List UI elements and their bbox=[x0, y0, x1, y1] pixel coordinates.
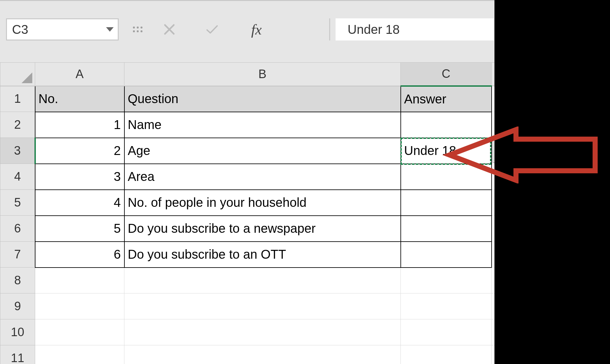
column-header-C[interactable]: C bbox=[401, 63, 492, 86]
cell-A4[interactable]: 3 bbox=[35, 164, 124, 190]
cell-A11[interactable] bbox=[35, 345, 124, 364]
cell-C11[interactable] bbox=[401, 345, 492, 364]
row-header[interactable]: 2 bbox=[0, 112, 35, 138]
cell-B4[interactable]: Area bbox=[124, 164, 401, 190]
column-header-B[interactable]: B bbox=[124, 63, 401, 86]
formula-bar: C3 fx Under 18 bbox=[0, 0, 494, 62]
cell-B2[interactable]: Name bbox=[124, 112, 401, 138]
cell-C2[interactable] bbox=[401, 112, 492, 138]
cell-C6[interactable] bbox=[401, 216, 492, 242]
cell-C8[interactable] bbox=[401, 268, 492, 293]
cell-B10[interactable] bbox=[124, 319, 401, 345]
select-all-button[interactable] bbox=[0, 63, 35, 86]
enter-button[interactable] bbox=[199, 20, 225, 39]
fx-icon: fx bbox=[251, 21, 261, 38]
row-header[interactable]: 3 bbox=[0, 138, 35, 164]
chevron-down-icon bbox=[106, 27, 114, 32]
cell-A3[interactable]: 2 bbox=[35, 138, 124, 164]
row-header[interactable]: 1 bbox=[0, 86, 35, 112]
row-header[interactable]: 9 bbox=[0, 293, 35, 319]
row-header[interactable]: 8 bbox=[0, 268, 35, 293]
cell-C9[interactable] bbox=[401, 293, 492, 319]
cell-B11[interactable] bbox=[124, 345, 401, 364]
cell-B6[interactable]: Do you subscribe to a newspaper bbox=[124, 216, 401, 242]
name-box[interactable]: C3 bbox=[6, 18, 119, 40]
cell-C4[interactable] bbox=[401, 164, 492, 190]
name-box-dropdown[interactable] bbox=[102, 19, 118, 40]
cell-C5[interactable] bbox=[401, 190, 492, 216]
cell-B7[interactable]: Do you subscribe to an OTT bbox=[124, 242, 401, 268]
black-band bbox=[494, 0, 610, 364]
cell-A7[interactable]: 6 bbox=[35, 242, 124, 268]
x-icon bbox=[163, 23, 176, 36]
cancel-button[interactable] bbox=[157, 20, 182, 39]
insert-function-button[interactable]: fx bbox=[244, 20, 269, 39]
name-box-value: C3 bbox=[7, 22, 102, 37]
cell-B5[interactable]: No. of people in your household bbox=[124, 190, 401, 216]
cell-C7[interactable] bbox=[401, 242, 492, 268]
row-header[interactable]: 5 bbox=[0, 190, 35, 216]
spreadsheet-grid[interactable]: A B C D 1 No. Question Answer 2 1 Name bbox=[0, 62, 494, 364]
cell-C10[interactable] bbox=[401, 319, 492, 345]
cell-A10[interactable] bbox=[35, 319, 124, 345]
cell-A1[interactable]: No. bbox=[35, 86, 124, 112]
cell-A5[interactable]: 4 bbox=[35, 190, 124, 216]
formula-input[interactable]: Under 18 bbox=[336, 18, 494, 40]
cell-B1[interactable]: Question bbox=[124, 86, 401, 112]
column-header-A[interactable]: A bbox=[35, 63, 124, 86]
row-header[interactable]: 10 bbox=[0, 319, 35, 345]
row-header[interactable]: 11 bbox=[0, 345, 35, 364]
cell-A8[interactable] bbox=[35, 268, 124, 293]
cell-B3[interactable]: Age bbox=[124, 138, 401, 164]
cell-A9[interactable] bbox=[35, 293, 124, 319]
formula-bar-grip-icon[interactable] bbox=[133, 20, 142, 39]
cell-A2[interactable]: 1 bbox=[35, 112, 124, 138]
cell-C1[interactable]: Answer bbox=[401, 86, 492, 112]
row-header[interactable]: 6 bbox=[0, 216, 35, 242]
formula-bar-separator bbox=[329, 18, 330, 40]
cell-B8[interactable] bbox=[124, 268, 401, 293]
check-icon bbox=[206, 23, 218, 36]
cell-A6[interactable]: 5 bbox=[35, 216, 124, 242]
cell-B9[interactable] bbox=[124, 293, 401, 319]
cell-C3[interactable]: Under 18 bbox=[401, 138, 492, 164]
row-header[interactable]: 4 bbox=[0, 164, 35, 190]
row-header[interactable]: 7 bbox=[0, 242, 35, 268]
formula-input-value: Under 18 bbox=[348, 22, 400, 37]
